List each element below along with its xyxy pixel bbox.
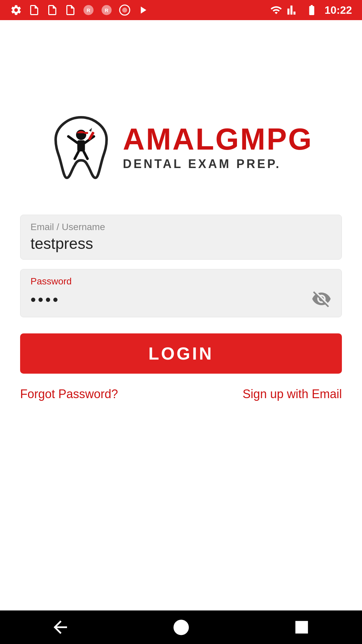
main-content: AMALGMPG DENTAL EXAM PREP. Email / Usern… bbox=[0, 20, 362, 610]
svg-rect-16 bbox=[295, 621, 308, 634]
form-area: Email / Username Password LOGIN Forgot P… bbox=[20, 215, 342, 401]
play-icon bbox=[137, 4, 149, 16]
email-label: Email / Username bbox=[31, 222, 331, 232]
svg-point-15 bbox=[173, 620, 189, 635]
tooth-logo-icon bbox=[49, 114, 113, 181]
recent-apps-button[interactable] bbox=[288, 614, 315, 641]
svg-line-10 bbox=[75, 151, 78, 159]
signal-icon bbox=[287, 4, 299, 16]
password-wrapper bbox=[31, 289, 331, 310]
logo-area: AMALGMPG DENTAL EXAM PREP. bbox=[49, 114, 313, 181]
svg-marker-13 bbox=[89, 127, 93, 132]
email-input-group: Email / Username bbox=[20, 215, 342, 260]
battery-icon bbox=[304, 4, 320, 16]
circle-icon bbox=[119, 4, 131, 16]
bottom-nav bbox=[0, 610, 362, 644]
svg-point-5 bbox=[122, 8, 127, 13]
notification-icon-2 bbox=[46, 4, 58, 16]
logo-subtitle: DENTAL EXAM PREP. bbox=[123, 157, 313, 171]
svg-text:R: R bbox=[87, 7, 90, 13]
svg-rect-14 bbox=[84, 132, 88, 134]
settings-icon bbox=[10, 4, 22, 16]
notification-icon-3 bbox=[64, 4, 76, 16]
svg-rect-7 bbox=[77, 140, 85, 151]
password-input[interactable] bbox=[31, 290, 311, 309]
password-input-group: Password bbox=[20, 269, 342, 317]
wifi-icon bbox=[270, 4, 282, 16]
logo-text-area: AMALGMPG DENTAL EXAM PREP. bbox=[123, 124, 313, 171]
password-label: Password bbox=[31, 276, 331, 287]
svg-line-11 bbox=[83, 151, 87, 159]
toggle-password-icon[interactable] bbox=[311, 289, 331, 310]
links-row: Forgot Password? Sign up with Email bbox=[20, 387, 342, 401]
signup-link[interactable]: Sign up with Email bbox=[243, 387, 342, 401]
email-input[interactable] bbox=[31, 234, 331, 253]
app-icon-1: R bbox=[82, 4, 95, 16]
logo-title: AMALGMPG bbox=[123, 124, 313, 154]
status-bar-left: R R bbox=[10, 4, 149, 16]
back-button[interactable] bbox=[47, 614, 74, 641]
status-bar-right: 10:22 bbox=[270, 4, 352, 16]
notification-icon-1 bbox=[28, 4, 40, 16]
home-button[interactable] bbox=[168, 614, 194, 641]
app-icon-2: R bbox=[101, 4, 113, 16]
status-time: 10:22 bbox=[324, 4, 352, 16]
status-bar: R R 10:22 bbox=[0, 0, 362, 20]
login-button[interactable]: LOGIN bbox=[20, 333, 342, 374]
svg-text:R: R bbox=[105, 7, 109, 13]
svg-line-8 bbox=[68, 137, 77, 143]
forgot-password-link[interactable]: Forgot Password? bbox=[20, 387, 118, 401]
